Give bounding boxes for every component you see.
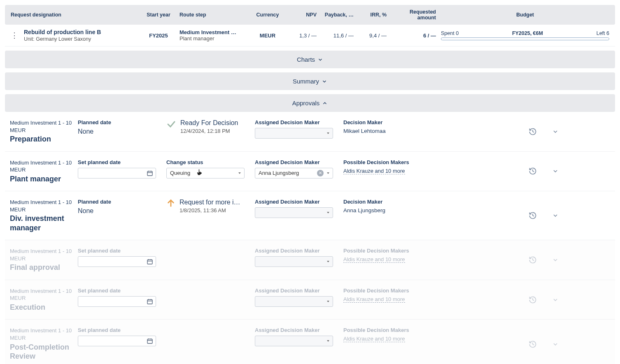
- approvals-section-toggle[interactable]: Approvals: [5, 94, 615, 112]
- status-select-value: Queuing: [170, 170, 190, 176]
- svg-marker-23: [327, 341, 329, 342]
- col-route-step[interactable]: Route step: [177, 12, 247, 18]
- assigned-dm-select[interactable]: [255, 256, 333, 267]
- svg-marker-18: [327, 301, 329, 302]
- possible-dm-label: Possible Decision Makers: [343, 248, 520, 254]
- planned-date-input[interactable]: [78, 296, 156, 307]
- history-icon[interactable]: [529, 296, 537, 304]
- row-npv: 1,3 / —: [288, 32, 319, 39]
- budget-label: FY2025, €6M: [512, 30, 543, 36]
- expand-row-icon[interactable]: [552, 257, 559, 263]
- possible-dm-link[interactable]: Aldis Krauze and 10 more: [343, 296, 405, 303]
- assigned-dm-label: Assigned Decision Maker: [255, 199, 343, 205]
- set-planned-date-label: Set planned date: [78, 287, 166, 294]
- planned-date-value: None: [78, 128, 166, 135]
- col-budget[interactable]: Budget: [438, 12, 612, 18]
- history-icon[interactable]: [529, 128, 537, 136]
- chevron-down-icon: [322, 79, 327, 84]
- row-route-step-1: Medium Investment …: [179, 29, 245, 35]
- row-start-year: FY2025: [140, 32, 177, 39]
- calendar-icon[interactable]: [147, 338, 153, 344]
- set-planned-date-label: Set planned date: [78, 159, 166, 165]
- row-currency: MEUR: [247, 32, 288, 39]
- expand-row-icon[interactable]: [552, 128, 559, 135]
- summary-section-toggle[interactable]: Summary: [5, 72, 615, 90]
- approval-row: Medium Investment 1 - 10 MEURPlant manag…: [5, 152, 615, 192]
- svg-rect-19: [147, 339, 152, 344]
- stage-name: Preparation: [10, 134, 78, 144]
- svg-rect-1: [147, 171, 152, 176]
- planned-date-label: Planned date: [78, 119, 166, 125]
- assigned-dm-label: Assigned Decision Maker: [255, 248, 343, 254]
- row-route-step-2: Plant manager: [179, 35, 245, 42]
- expand-row-icon[interactable]: [552, 297, 559, 303]
- expand-row-icon[interactable]: [552, 168, 559, 174]
- assigned-dm-label: Assigned Decision Maker: [255, 119, 343, 125]
- possible-dm-link[interactable]: Aldis Krauze and 10 more: [343, 336, 405, 342]
- col-npv[interactable]: NPV: [288, 12, 319, 18]
- assigned-dm-select[interactable]: [255, 207, 333, 218]
- possible-dm-label: Possible Decision Makers: [343, 159, 520, 165]
- charts-section-toggle[interactable]: Charts: [5, 51, 615, 68]
- stage-name: Div. investment manager: [10, 214, 78, 232]
- assigned-dm-label: Assigned Decision Maker: [255, 159, 343, 165]
- change-status-label: Change status: [166, 159, 255, 165]
- status-time: 12/4/2024, 12:18 PM: [180, 128, 238, 134]
- stage-super: Medium Investment 1 - 10 MEUR: [10, 327, 78, 341]
- stage-super: Medium Investment 1 - 10 MEUR: [10, 199, 78, 213]
- assigned-dm-label: Assigned Decision Maker: [255, 327, 343, 333]
- planned-date-input[interactable]: [78, 168, 156, 179]
- expand-row-icon[interactable]: [552, 212, 559, 219]
- svg-marker-6: [327, 172, 329, 174]
- col-irr[interactable]: IRR, %: [356, 12, 389, 18]
- row-menu-icon[interactable]: ⋮: [11, 32, 18, 39]
- possible-dm-label: Possible Decision Makers: [343, 327, 520, 333]
- possible-dm-link[interactable]: Aldis Krauze and 10 more: [343, 256, 405, 263]
- possible-dm-link[interactable]: Aldis Krauze and 10 more: [343, 168, 405, 174]
- approvals-label: Approvals: [292, 100, 320, 107]
- col-currency[interactable]: Currency: [247, 12, 288, 18]
- history-icon[interactable]: [529, 167, 537, 175]
- chevron-down-icon: [326, 339, 330, 343]
- row-irr: 9,4 / —: [356, 32, 389, 39]
- decision-maker-label: Decision Maker: [343, 119, 520, 125]
- budget-left: Left 6: [597, 30, 609, 36]
- planned-date-input[interactable]: [78, 256, 156, 267]
- planned-date-input[interactable]: [78, 336, 156, 346]
- history-icon[interactable]: [529, 256, 537, 264]
- chevron-down-icon: [326, 171, 330, 175]
- col-request[interactable]: Request designation: [8, 12, 140, 18]
- col-payback[interactable]: Payback, …: [319, 12, 356, 18]
- col-start-year[interactable]: Start year: [140, 12, 177, 18]
- assigned-dm-select[interactable]: Anna Ljungsberg✕: [255, 168, 333, 179]
- decision-maker-label: Decision Maker: [343, 199, 520, 205]
- table-header: Request designation Start year Route ste…: [5, 5, 615, 25]
- approvals-list: Medium Investment 1 - 10 MEURPreparation…: [5, 112, 615, 364]
- chevron-down-icon: [238, 171, 242, 175]
- clear-icon[interactable]: ✕: [317, 170, 324, 176]
- col-requested[interactable]: Requested amount: [389, 9, 438, 21]
- history-icon[interactable]: [529, 211, 537, 220]
- svg-marker-13: [327, 261, 329, 262]
- stage-super: Medium Investment 1 - 10 MEUR: [10, 119, 78, 134]
- history-icon[interactable]: [529, 340, 537, 348]
- calendar-icon[interactable]: [147, 258, 153, 265]
- request-title[interactable]: Rebuild of production line B: [24, 29, 101, 35]
- status-text: Ready For Decision: [180, 119, 238, 127]
- row-requested: 6 / —: [389, 32, 438, 39]
- status-select[interactable]: Queuing: [166, 168, 245, 179]
- assigned-dm-label: Assigned Decision Maker: [255, 287, 343, 294]
- possible-dm-label: Possible Decision Makers: [343, 287, 520, 294]
- calendar-icon[interactable]: [147, 298, 153, 305]
- charts-label: Charts: [297, 56, 315, 63]
- stage-super: Medium Investment 1 - 10 MEUR: [10, 287, 78, 302]
- chevron-up-icon: [322, 100, 328, 106]
- assigned-dm-select[interactable]: [255, 336, 333, 346]
- expand-row-icon[interactable]: [552, 341, 559, 348]
- stage-name: Plant manager: [10, 174, 78, 184]
- request-unit: Unit: Germany Lower Saxony: [24, 36, 101, 42]
- svg-marker-8: [327, 212, 329, 213]
- assigned-dm-select[interactable]: [255, 296, 333, 307]
- calendar-icon[interactable]: [147, 170, 153, 176]
- assigned-dm-select[interactable]: [255, 128, 333, 139]
